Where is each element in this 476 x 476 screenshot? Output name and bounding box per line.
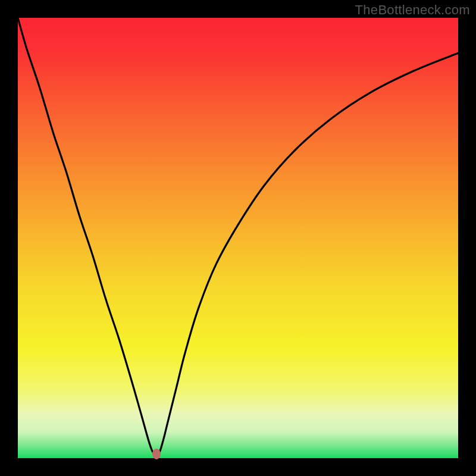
bottleneck-chart [18, 18, 458, 458]
watermark-text: TheBottleneck.com [355, 2, 470, 18]
minimum-marker [152, 449, 161, 459]
gradient-background [18, 18, 458, 458]
chart-frame: TheBottleneck.com [0, 0, 476, 476]
